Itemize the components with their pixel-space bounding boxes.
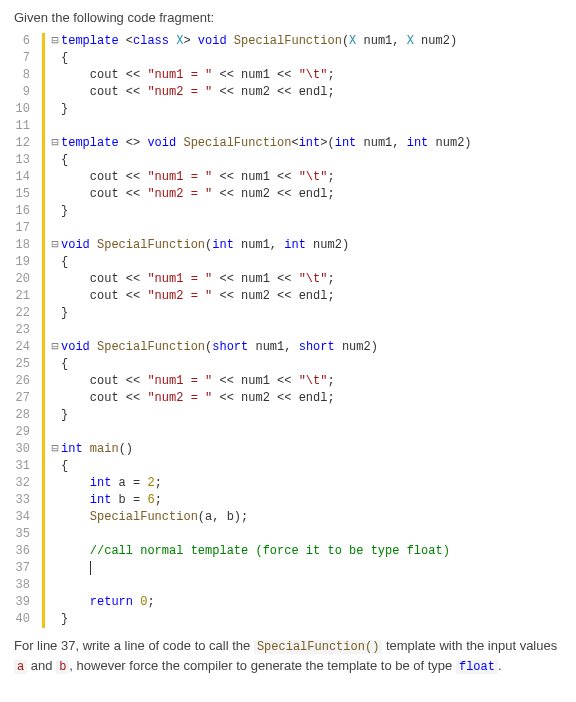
line-number: 8 bbox=[14, 67, 30, 84]
code-token: << num2 << endl; bbox=[212, 289, 334, 303]
code-token: { bbox=[61, 357, 68, 371]
code-token: "num2 = " bbox=[147, 391, 212, 405]
code-line: { bbox=[49, 152, 472, 169]
code-token: SpecialFunction bbox=[234, 34, 342, 48]
fold-spacer bbox=[49, 50, 61, 67]
line-number: 39 bbox=[14, 594, 30, 611]
code-token: "num1 = " bbox=[147, 272, 212, 286]
fold-minus-icon[interactable]: ⊟ bbox=[49, 441, 61, 458]
code-line: { bbox=[49, 50, 472, 67]
line-number: 21 bbox=[14, 288, 30, 305]
code-token: num1, bbox=[248, 340, 298, 354]
code-token: 6 bbox=[147, 493, 154, 507]
fold-minus-icon[interactable]: ⊟ bbox=[49, 237, 61, 254]
code-column: ⊟template <class X> void SpecialFunction… bbox=[45, 33, 472, 628]
code-token: >( bbox=[320, 136, 334, 150]
fold-spacer bbox=[49, 322, 61, 339]
fold-minus-icon[interactable]: ⊟ bbox=[49, 135, 61, 152]
code-token bbox=[61, 544, 90, 558]
code-token: cout << bbox=[61, 68, 147, 82]
code-token: "num2 = " bbox=[147, 85, 212, 99]
code-token: 2 bbox=[147, 476, 154, 490]
code-token: ; bbox=[155, 493, 162, 507]
text-cursor bbox=[90, 561, 91, 575]
code-token: ; bbox=[147, 595, 154, 609]
code-token: num2) bbox=[428, 136, 471, 150]
fold-spacer bbox=[49, 509, 61, 526]
code-line bbox=[49, 526, 472, 543]
code-token: "\t" bbox=[299, 68, 328, 82]
line-number: 37 bbox=[14, 560, 30, 577]
fold-spacer bbox=[49, 560, 61, 577]
code-line: SpecialFunction(a, b); bbox=[49, 509, 472, 526]
fold-spacer bbox=[49, 118, 61, 135]
fold-spacer bbox=[49, 220, 61, 237]
code-token: SpecialFunction bbox=[90, 510, 198, 524]
fold-spacer bbox=[49, 424, 61, 441]
line-number: 24 bbox=[14, 339, 30, 356]
fold-spacer bbox=[49, 254, 61, 271]
code-line: } bbox=[49, 101, 472, 118]
code-token bbox=[61, 595, 90, 609]
fold-minus-icon[interactable]: ⊟ bbox=[49, 339, 61, 356]
line-number: 33 bbox=[14, 492, 30, 509]
code-token: < bbox=[119, 34, 133, 48]
code-line: ⊟template <class X> void SpecialFunction… bbox=[49, 33, 472, 50]
code-token: class bbox=[133, 34, 169, 48]
fold-spacer bbox=[49, 407, 61, 424]
code-token: "num1 = " bbox=[147, 170, 212, 184]
line-number: 7 bbox=[14, 50, 30, 67]
code-token: "num2 = " bbox=[147, 289, 212, 303]
fold-spacer bbox=[49, 169, 61, 186]
code-token: X bbox=[407, 34, 414, 48]
code-token: > bbox=[183, 34, 197, 48]
code-line bbox=[49, 322, 472, 339]
code-token: { bbox=[61, 255, 68, 269]
code-token: main bbox=[90, 442, 119, 456]
code-line: } bbox=[49, 305, 472, 322]
line-number: 18 bbox=[14, 237, 30, 254]
code-token: int bbox=[61, 442, 83, 456]
fold-spacer bbox=[49, 390, 61, 407]
fold-spacer bbox=[49, 271, 61, 288]
code-token: << num1 << bbox=[212, 68, 298, 82]
code-token: } bbox=[61, 612, 68, 626]
code-token: < bbox=[291, 136, 298, 150]
code-token: template bbox=[61, 136, 119, 150]
code-token: ; bbox=[327, 272, 334, 286]
code-line: { bbox=[49, 254, 472, 271]
code-line bbox=[49, 577, 472, 594]
code-token: cout << bbox=[61, 374, 147, 388]
line-number: 36 bbox=[14, 543, 30, 560]
question-followup: For line 37, write a line of code to cal… bbox=[14, 636, 562, 676]
code-token: void bbox=[61, 238, 90, 252]
code-token: cout << bbox=[61, 391, 147, 405]
line-number: 11 bbox=[14, 118, 30, 135]
code-token: int bbox=[299, 136, 321, 150]
line-number: 6 bbox=[14, 33, 30, 50]
code-token: ; bbox=[327, 374, 334, 388]
code-token: SpecialFunction bbox=[183, 136, 291, 150]
line-number: 28 bbox=[14, 407, 30, 424]
code-token: int bbox=[335, 136, 357, 150]
code-token bbox=[61, 561, 90, 575]
code-token: cout << bbox=[61, 170, 147, 184]
code-line: { bbox=[49, 356, 472, 373]
code-token: num2) bbox=[306, 238, 349, 252]
line-number: 27 bbox=[14, 390, 30, 407]
fold-minus-icon[interactable]: ⊟ bbox=[49, 33, 61, 50]
code-token: (a, b); bbox=[198, 510, 248, 524]
line-number: 12 bbox=[14, 135, 30, 152]
code-token: int bbox=[212, 238, 234, 252]
line-number: 23 bbox=[14, 322, 30, 339]
line-number: 26 bbox=[14, 373, 30, 390]
line-number: 20 bbox=[14, 271, 30, 288]
code-token: << num1 << bbox=[212, 374, 298, 388]
code-token: << num1 << bbox=[212, 170, 298, 184]
code-line: } bbox=[49, 407, 472, 424]
code-line: } bbox=[49, 203, 472, 220]
code-token: << num1 << bbox=[212, 272, 298, 286]
code-token: "\t" bbox=[299, 170, 328, 184]
code-token: void bbox=[147, 136, 176, 150]
code-token bbox=[90, 238, 97, 252]
